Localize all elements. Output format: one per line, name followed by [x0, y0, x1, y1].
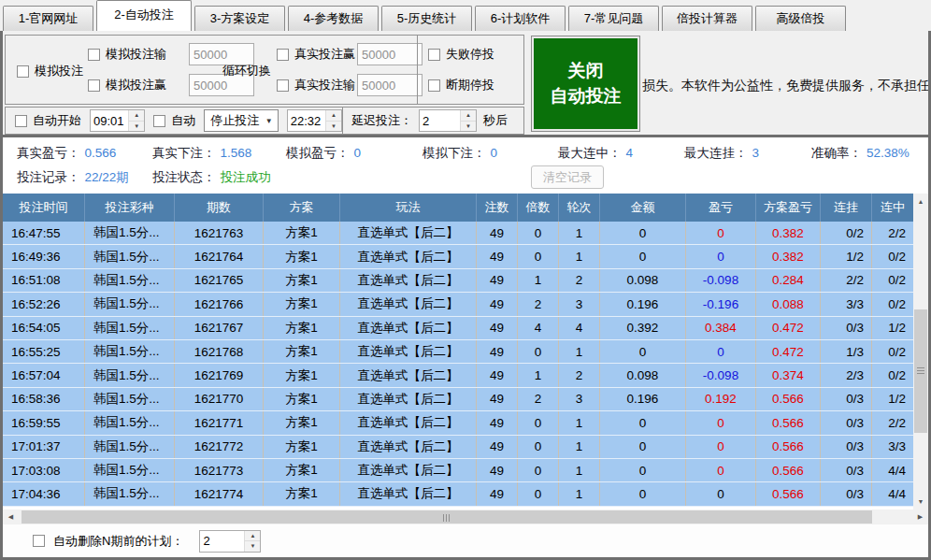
- vertical-scrollbar-thumb[interactable]: [914, 309, 927, 433]
- table-row[interactable]: 16:47:55 韩国1.5分... 1621763 方案1 直选单式【后二】 …: [3, 222, 913, 245]
- table-row[interactable]: 17:01:37 韩国1.5分... 1621772 方案1 直选单式【后二】 …: [3, 436, 913, 459]
- cell-win-streak: 2/2: [872, 411, 913, 434]
- cell-win-streak: 4/4: [872, 482, 913, 505]
- cell-plan-profit: 0.566: [756, 411, 821, 434]
- real-win-checkbox-row[interactable]: 真实投注赢: [277, 46, 355, 63]
- real-win-checkbox[interactable]: [277, 49, 289, 61]
- stop-time-input[interactable]: [288, 110, 325, 131]
- tab-history-stats[interactable]: 5-历史统计: [381, 6, 472, 31]
- cell-profit: 0: [686, 245, 756, 267]
- tab-official-site[interactable]: 1-官网网址: [3, 6, 93, 31]
- table-row[interactable]: 16:55:25 韩国1.5分... 1621768 方案1 直选单式【后二】 …: [3, 340, 913, 364]
- auto-delete-spinner[interactable]: ▲▼: [199, 530, 261, 553]
- auto-delete-up-icon[interactable]: ▲: [245, 531, 260, 542]
- tab-reference-data[interactable]: 4-参考数据: [288, 6, 379, 31]
- disclaimer-text: 损失。本软件为公益性，免费提供服务，不承担任何资金问题: [642, 78, 928, 96]
- auto-delete-input[interactable]: [200, 531, 244, 552]
- start-time-input[interactable]: [91, 110, 128, 131]
- auto-checkbox-row[interactable]: 自动: [153, 112, 195, 129]
- header-amount: 金额: [600, 194, 686, 222]
- scroll-right-icon[interactable]: ▶: [912, 510, 928, 524]
- cell-bets: 49: [477, 269, 518, 292]
- cell-plan: 方案1: [264, 293, 340, 315]
- close-auto-bet-button[interactable]: 关闭 自动投注: [531, 36, 640, 132]
- cell-round: 3: [559, 293, 600, 315]
- horizontal-scrollbar[interactable]: ◀ ▶: [3, 510, 928, 524]
- cell-play: 直选单式【后二】: [340, 388, 477, 410]
- scroll-up-icon[interactable]: ▲: [913, 194, 928, 209]
- scroll-left-icon[interactable]: ◀: [3, 510, 19, 524]
- scroll-down-icon[interactable]: ▼: [913, 494, 928, 510]
- cell-play: 直选单式【后二】: [340, 269, 477, 292]
- delay-down-icon[interactable]: ▼: [461, 122, 476, 132]
- tab-plan-settings[interactable]: 3-方案设定: [194, 6, 285, 31]
- real-lose-input[interactable]: [357, 74, 423, 96]
- cell-plan: 方案1: [264, 245, 340, 267]
- sim-win-checkbox[interactable]: [88, 79, 100, 92]
- table-row[interactable]: 17:03:08 韩国1.5分... 1621773 方案1 直选单式【后二】 …: [3, 459, 913, 482]
- tab-advanced-multiplier[interactable]: 高级倍投: [755, 6, 846, 31]
- cell-play: 直选单式【后二】: [340, 222, 477, 244]
- delay-up-icon[interactable]: ▲: [461, 110, 476, 122]
- auto-checkbox[interactable]: [153, 115, 165, 127]
- delay-label: 延迟投注：: [351, 112, 412, 129]
- fail-stop-checkbox-row[interactable]: 失败停投: [428, 46, 494, 63]
- sim-lose-label: 模拟投注输: [106, 46, 166, 63]
- real-lose-checkbox-row[interactable]: 真实投注输: [277, 77, 355, 93]
- table-row[interactable]: 16:54:05 韩国1.5分... 1621767 方案1 直选单式【后二】 …: [3, 317, 913, 340]
- cell-bets: 49: [477, 340, 518, 363]
- stop-time-down-icon[interactable]: ▼: [326, 122, 341, 132]
- stop-action-dropdown[interactable]: 停止投注 ▼: [204, 109, 279, 132]
- tab-multiplier-calculator[interactable]: 倍投计算器: [662, 6, 752, 31]
- tab-faq[interactable]: 7-常见问题: [568, 6, 659, 31]
- cell-bets: 49: [477, 222, 518, 244]
- cell-lottery: 韩国1.5分...: [85, 269, 175, 292]
- cell-lose-streak: 1/2: [821, 245, 872, 267]
- table-row[interactable]: 16:59:55 韩国1.5分... 1621771 方案1 直选单式【后二】 …: [3, 411, 913, 435]
- tab-auto-bet[interactable]: 2-自动投注: [96, 0, 192, 31]
- stop-time-spinner[interactable]: ▲▼: [287, 109, 342, 132]
- cell-bets: 49: [477, 411, 518, 434]
- table-row[interactable]: 16:51:08 韩国1.5分... 1621765 方案1 直选单式【后二】 …: [3, 269, 913, 293]
- cell-profit: 0: [686, 411, 756, 434]
- delay-input[interactable]: [420, 110, 460, 131]
- sim-bet-checkbox[interactable]: [17, 65, 29, 78]
- start-time-spinner[interactable]: ▲▼: [90, 109, 145, 132]
- table-row[interactable]: 16:52:26 韩国1.5分... 1621766 方案1 直选单式【后二】 …: [3, 293, 913, 316]
- real-win-input[interactable]: [357, 43, 423, 65]
- horizontal-scrollbar-thumb[interactable]: [21, 510, 872, 524]
- table-row[interactable]: 17:04:36 韩国1.5分... 1621774 方案1 直选单式【后二】 …: [3, 482, 913, 506]
- tab-plan-software[interactable]: 6-计划软件: [475, 6, 566, 31]
- start-time-down-icon[interactable]: ▼: [129, 122, 144, 132]
- cell-plan-profit: 0.382: [756, 222, 821, 244]
- table-row[interactable]: 16:49:36 韩国1.5分... 1621764 方案1 直选单式【后二】 …: [3, 245, 913, 268]
- real-lose-checkbox[interactable]: [277, 79, 289, 92]
- clear-records-button[interactable]: 清空记录: [531, 165, 604, 189]
- auto-start-checkbox-row[interactable]: 自动开始: [15, 112, 81, 129]
- stop-time-up-icon[interactable]: ▲: [326, 110, 341, 122]
- table-row[interactable]: 16:57:04 韩国1.5分... 1621769 方案1 直选单式【后二】 …: [3, 364, 913, 387]
- bet-record-value: 22/22期: [85, 170, 129, 184]
- auto-delete-checkbox[interactable]: [33, 535, 45, 547]
- sim-win-checkbox-row[interactable]: 模拟投注赢: [88, 77, 166, 93]
- auto-delete-down-icon[interactable]: ▼: [245, 541, 260, 552]
- vertical-scrollbar[interactable]: ▲ ▼: [913, 194, 928, 510]
- header-bet-time: 投注时间: [3, 194, 85, 222]
- fail-stop-checkbox[interactable]: [428, 49, 440, 61]
- table-row[interactable]: 16:58:36 韩国1.5分... 1621770 方案1 直选单式【后二】 …: [3, 388, 913, 411]
- panel-divider: [417, 36, 418, 104]
- cell-bet-time: 17:01:37: [3, 436, 85, 458]
- delay-spinner[interactable]: ▲▼: [419, 109, 477, 132]
- break-stop-checkbox-row[interactable]: 断期停投: [428, 77, 494, 93]
- auto-start-checkbox[interactable]: [15, 115, 27, 127]
- sim-bet-checkbox-row[interactable]: 模拟投注: [17, 63, 83, 79]
- cell-play: 直选单式【后二】: [340, 340, 477, 363]
- break-stop-checkbox[interactable]: [428, 79, 440, 92]
- cell-plan: 方案1: [264, 317, 340, 339]
- cell-lottery: 韩国1.5分...: [85, 293, 175, 315]
- sim-lose-checkbox[interactable]: [88, 49, 100, 61]
- cell-bet-time: 17:04:36: [3, 482, 85, 505]
- cell-issue: 1621770: [175, 388, 264, 410]
- sim-lose-checkbox-row[interactable]: 模拟投注输: [88, 46, 166, 63]
- start-time-up-icon[interactable]: ▲: [129, 110, 144, 122]
